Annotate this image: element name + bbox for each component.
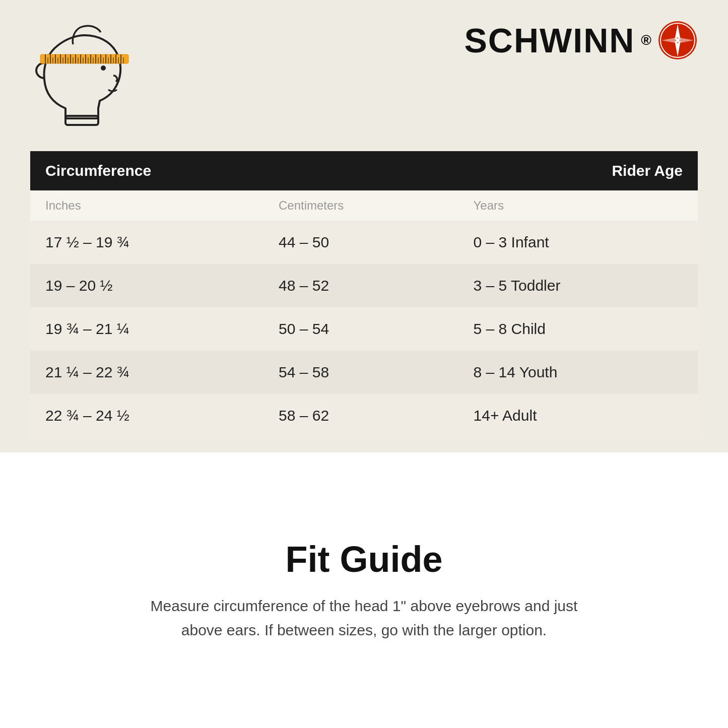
table-subheader-row: Inches Centimeters Years bbox=[30, 190, 698, 221]
age-cell: 5 – 8 Child bbox=[458, 307, 698, 351]
circumference-header: Circumference bbox=[30, 151, 458, 190]
table-header-row: Circumference Rider Age bbox=[30, 151, 698, 190]
table-row: 17 ½ – 19 ¾44 – 500 – 3 Infant bbox=[30, 221, 698, 264]
age-cell: 8 – 14 Youth bbox=[458, 351, 698, 394]
inches-cell: 22 ¾ – 24 ½ bbox=[30, 394, 263, 437]
header-row: SCHWINN ® bbox=[30, 20, 698, 131]
inches-cell: 19 ¾ – 21 ¼ bbox=[30, 307, 263, 351]
cm-subheader: Centimeters bbox=[263, 190, 458, 221]
cm-cell: 50 – 54 bbox=[263, 307, 458, 351]
size-table: Circumference Rider Age Inches Centimete… bbox=[30, 151, 698, 437]
page-wrapper: SCHWINN ® bbox=[0, 0, 728, 728]
cm-cell: 58 – 62 bbox=[263, 394, 458, 437]
cm-cell: 44 – 50 bbox=[263, 221, 458, 264]
age-cell: 3 – 5 Toddler bbox=[458, 264, 698, 307]
table-row: 22 ¾ – 24 ½58 – 6214+ Adult bbox=[30, 394, 698, 437]
svg-point-1 bbox=[101, 65, 106, 71]
compass-icon bbox=[657, 20, 698, 60]
table-row: 19 – 20 ½48 – 523 – 5 Toddler bbox=[30, 264, 698, 307]
cm-cell: 48 – 52 bbox=[263, 264, 458, 307]
inches-subheader: Inches bbox=[30, 190, 263, 221]
top-section: SCHWINN ® bbox=[0, 0, 728, 452]
cm-cell: 54 – 58 bbox=[263, 351, 458, 394]
table-row: 19 ¾ – 21 ¼50 – 545 – 8 Child bbox=[30, 307, 698, 351]
years-subheader: Years bbox=[458, 190, 698, 221]
svg-rect-2 bbox=[40, 54, 128, 63]
table-row: 21 ¼ – 22 ¾54 – 588 – 14 Youth bbox=[30, 351, 698, 394]
fit-guide-title: Fit Guide bbox=[286, 539, 443, 580]
age-cell: 14+ Adult bbox=[458, 394, 698, 437]
svg-point-41 bbox=[676, 38, 680, 42]
svg-rect-0 bbox=[65, 116, 98, 125]
age-cell: 0 – 3 Infant bbox=[458, 221, 698, 264]
fit-guide-description: Measure circumference of the head 1" abo… bbox=[138, 594, 591, 642]
bottom-section: Fit Guide Measure circumference of the h… bbox=[0, 452, 728, 728]
inches-cell: 19 – 20 ½ bbox=[30, 264, 263, 307]
inches-cell: 21 ¼ – 22 ¾ bbox=[30, 351, 263, 394]
inches-cell: 17 ½ – 19 ¾ bbox=[30, 221, 263, 264]
schwinn-logo: SCHWINN ® bbox=[465, 20, 698, 60]
trademark-symbol: ® bbox=[641, 32, 651, 48]
brand-name: SCHWINN bbox=[465, 21, 635, 60]
head-illustration bbox=[30, 20, 141, 131]
rider-age-header: Rider Age bbox=[458, 151, 698, 190]
